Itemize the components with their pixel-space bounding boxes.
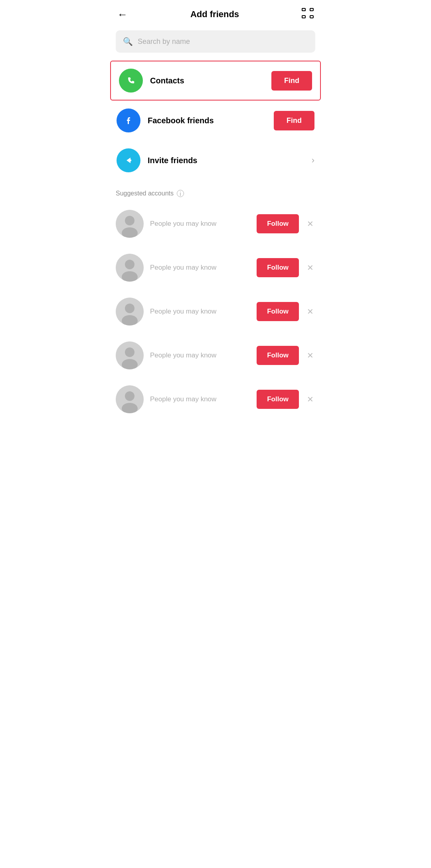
suggested-account-1: People you may know Follow ✕ bbox=[108, 202, 323, 246]
svg-rect-4 bbox=[124, 74, 138, 87]
search-bar[interactable]: 🔍 Search by name bbox=[116, 30, 315, 53]
avatar-5 bbox=[116, 385, 144, 413]
contacts-label: Contacts bbox=[150, 76, 264, 85]
suggested-account-2: People you may know Follow ✕ bbox=[108, 246, 323, 290]
suggested-account-5: People you may know Follow ✕ bbox=[108, 377, 323, 421]
suggested-name-2: People you may know bbox=[150, 264, 250, 272]
avatar-1 bbox=[116, 210, 144, 238]
chevron-right-icon: › bbox=[312, 155, 314, 166]
contacts-find-button[interactable]: Find bbox=[271, 71, 312, 91]
search-placeholder: Search by name bbox=[138, 37, 190, 46]
suggested-name-5: People you may know bbox=[150, 395, 250, 403]
suggested-section-header: Suggested accounts i bbox=[108, 180, 323, 202]
svg-rect-0 bbox=[302, 8, 305, 11]
avatar-2 bbox=[116, 254, 144, 282]
suggested-name-4: People you may know bbox=[150, 351, 250, 359]
follow-button-3[interactable]: Follow bbox=[257, 302, 299, 321]
suggested-name-3: People you may know bbox=[150, 308, 250, 316]
facebook-icon bbox=[117, 108, 140, 132]
search-icon: 🔍 bbox=[123, 37, 133, 46]
back-button[interactable]: ← bbox=[117, 9, 128, 20]
svg-rect-2 bbox=[302, 16, 305, 18]
follow-button-2[interactable]: Follow bbox=[257, 258, 299, 277]
suggested-name-1: People you may know bbox=[150, 220, 250, 228]
facebook-label: Facebook friends bbox=[148, 116, 267, 125]
svg-rect-1 bbox=[310, 8, 313, 11]
svg-rect-3 bbox=[310, 16, 313, 18]
page-title: Add friends bbox=[190, 9, 239, 20]
contacts-row: Contacts Find bbox=[110, 61, 321, 101]
avatar-3 bbox=[116, 298, 144, 326]
suggested-account-3: People you may know Follow ✕ bbox=[108, 290, 323, 333]
suggested-section-label: Suggested accounts bbox=[116, 190, 174, 197]
facebook-find-button[interactable]: Find bbox=[274, 111, 314, 130]
invite-label: Invite friends bbox=[148, 156, 304, 165]
contacts-icon bbox=[119, 69, 143, 93]
svg-point-20 bbox=[125, 391, 134, 401]
invite-icon bbox=[117, 148, 140, 172]
svg-point-11 bbox=[125, 260, 134, 269]
follow-button-1[interactable]: Follow bbox=[257, 214, 299, 233]
svg-point-8 bbox=[125, 216, 134, 225]
scan-icon[interactable] bbox=[302, 8, 314, 21]
avatar-4 bbox=[116, 341, 144, 369]
dismiss-button-4[interactable]: ✕ bbox=[305, 351, 315, 360]
svg-point-14 bbox=[125, 304, 134, 313]
info-icon: i bbox=[177, 190, 184, 197]
follow-button-4[interactable]: Follow bbox=[257, 346, 299, 365]
svg-point-17 bbox=[125, 347, 134, 357]
invite-row[interactable]: Invite friends › bbox=[108, 140, 323, 180]
dismiss-button-3[interactable]: ✕ bbox=[305, 307, 315, 316]
dismiss-button-1[interactable]: ✕ bbox=[305, 219, 315, 229]
facebook-row: Facebook friends Find bbox=[108, 101, 323, 140]
suggested-account-4: People you may know Follow ✕ bbox=[108, 333, 323, 377]
dismiss-button-2[interactable]: ✕ bbox=[305, 263, 315, 272]
header: ← Add friends bbox=[108, 0, 323, 27]
follow-button-5[interactable]: Follow bbox=[257, 390, 299, 409]
dismiss-button-5[interactable]: ✕ bbox=[305, 395, 315, 404]
